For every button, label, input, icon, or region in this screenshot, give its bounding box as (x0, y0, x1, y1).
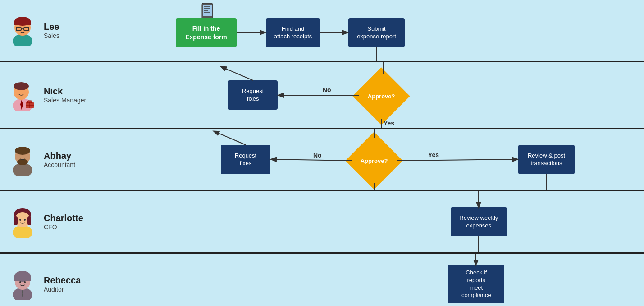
smartphone-icon (198, 2, 216, 18)
svg-point-56 (19, 281, 21, 283)
review-weekly-box[interactable]: Review weekly expenses (451, 207, 507, 236)
svg-rect-3 (14, 21, 31, 25)
svg-line-38 (214, 131, 246, 145)
swimlane-charlotte: Charlotte CFO Review weekly expenses (0, 191, 644, 254)
actor-info-lee: Lee Sales (44, 22, 59, 39)
actor-info-abhay: Abhay Accountant (44, 151, 75, 168)
lane3-content: Request fixes Approve? Review & post tra… (86, 129, 644, 190)
actor-name-lee: Lee (44, 22, 59, 32)
find-receipts-box[interactable]: Find and attach receipts (266, 18, 320, 47)
actor-charlotte: Charlotte CFO (0, 202, 90, 242)
lee-avatar (7, 15, 38, 46)
actor-info-rebecca: Rebecca Auditor (44, 275, 81, 293)
actor-rebecca: Rebecca Auditor (0, 264, 87, 305)
svg-point-48 (19, 219, 21, 221)
swimlane-abhay: Abhay Accountant Request fixes Approve? … (0, 129, 644, 191)
svg-line-36 (271, 159, 352, 161)
lane1-content: Fill in the Expense form Find and attach… (86, 0, 644, 61)
actor-info-charlotte: Charlotte CFO (44, 213, 83, 231)
actor-role-rebecca: Auditor (44, 286, 81, 293)
rebecca-avatar (7, 269, 38, 300)
approve1-diamond-wrap: Approve? (359, 74, 404, 119)
submit-report-box[interactable]: Submit expense report (348, 18, 405, 47)
svg-rect-47 (27, 216, 31, 225)
lane2-content: Request fixes Approve? No Yes (93, 62, 644, 128)
svg-text:Yes: Yes (428, 151, 439, 158)
request-fixes-1-box[interactable]: Request fixes (228, 80, 278, 110)
svg-text:No: No (313, 152, 322, 159)
abhay-avatar (7, 144, 38, 176)
approve2-diamond-wrap: Approve? (352, 138, 397, 183)
lane5-arrows (87, 254, 644, 306)
swimlane-nick: Nick Sales Manager Request fixes Approve… (0, 62, 644, 129)
svg-line-39 (397, 159, 517, 161)
actor-name-charlotte: Charlotte (44, 213, 83, 223)
svg-point-49 (24, 219, 26, 221)
actor-role-charlotte: CFO (44, 223, 83, 231)
actor-nick: Nick Sales Manager (0, 75, 93, 116)
svg-point-0 (13, 34, 32, 46)
actor-abhay: Abhay Accountant (0, 139, 86, 180)
actor-name-rebecca: Rebecca (44, 275, 81, 286)
svg-rect-55 (14, 276, 31, 281)
actor-role-lee: Sales (44, 32, 59, 39)
svg-point-60 (22, 294, 23, 296)
svg-text:No: No (323, 86, 331, 93)
approve1-diamond (353, 67, 410, 125)
charlotte-avatar (7, 206, 38, 238)
actor-role-nick: Sales Manager (44, 97, 86, 104)
actor-name-abhay: Abhay (44, 151, 75, 161)
svg-point-33 (15, 147, 30, 155)
svg-point-57 (24, 281, 26, 283)
lane4-arrows (90, 191, 644, 252)
actor-role-abhay: Accountant (44, 161, 75, 168)
fill-expense-box[interactable]: Fill in the Expense form (176, 18, 237, 47)
actor-name-nick: Nick (44, 86, 86, 97)
lane5-content: Check if reports meet compliance (87, 254, 644, 306)
request-fixes-2-box[interactable]: Request fixes (221, 145, 270, 174)
swimlane-rebecca: Rebecca Auditor Check if reports meet co… (0, 254, 644, 306)
check-compliance-box[interactable]: Check if reports meet compliance (448, 265, 504, 303)
svg-rect-46 (14, 216, 18, 225)
swimlane-lee: Lee Sales Fill in the Expense form Find … (0, 0, 644, 62)
svg-line-28 (221, 67, 253, 80)
approve2-diamond (345, 132, 402, 189)
lane4-content: Review weekly expenses (90, 191, 644, 252)
svg-point-59 (22, 291, 23, 293)
actor-info-nick: Nick Sales Manager (44, 86, 86, 104)
actor-lee: Lee Sales (0, 10, 86, 51)
nick-avatar (7, 79, 38, 111)
review-post-box[interactable]: Review & post transactions (518, 145, 575, 174)
svg-point-23 (14, 82, 29, 90)
